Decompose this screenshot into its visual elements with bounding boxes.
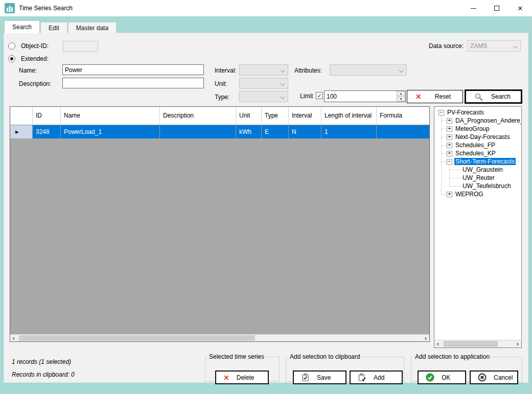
- results-grid: ID Name Description Unit Type Interval L…: [10, 106, 430, 342]
- maximize-icon: [494, 6, 499, 11]
- interval-combobox[interactable]: [239, 64, 288, 76]
- name-input[interactable]: [62, 64, 204, 75]
- tree-item-label[interactable]: UW_Graustein: [461, 166, 504, 173]
- object-id-label: Object-ID:: [21, 42, 49, 50]
- table-row[interactable]: ▶ 3248 PowerLoad_1 kWh E N 1: [10, 125, 429, 138]
- type-combobox[interactable]: [239, 91, 288, 102]
- clipboard-group: Add selection to clipboard Save Add: [286, 353, 404, 382]
- tab-search[interactable]: Search: [4, 20, 40, 33]
- clipboard-status: Records in clipboard: 0: [12, 371, 75, 378]
- expand-icon[interactable]: +: [447, 126, 452, 132]
- tree-rows: − PV-Forecasts + DA_Prognosen_Andere_ + …: [434, 107, 521, 340]
- expand-icon[interactable]: +: [447, 143, 452, 148]
- tree-item-schedules-kp[interactable]: + Schedules_KP: [434, 149, 521, 157]
- tree-item-label[interactable]: MeteoGroup: [454, 125, 491, 132]
- cell-length-of-interval[interactable]: 1: [321, 125, 377, 138]
- ok-button[interactable]: OK: [418, 370, 466, 384]
- grid-scrollbar-thumb[interactable]: [19, 335, 255, 341]
- tab-master-data-label: Master data: [76, 25, 108, 32]
- column-header-type[interactable]: Type: [262, 107, 289, 125]
- tab-master-data[interactable]: Master data: [68, 22, 117, 33]
- column-header-formula[interactable]: Formula: [377, 107, 429, 125]
- tree-connector: [442, 121, 447, 121]
- tree-item-pv-forecasts[interactable]: − PV-Forecasts: [434, 108, 521, 117]
- scroll-right-arrow-icon[interactable]: ›: [514, 340, 521, 347]
- column-header-description[interactable]: Description: [160, 107, 236, 125]
- cell-id[interactable]: 3248: [33, 125, 61, 138]
- data-source-combobox[interactable]: ZAMS: [467, 40, 521, 52]
- tree-item-label[interactable]: Next-Day-Forecasts: [454, 133, 511, 141]
- save-button[interactable]: Save: [293, 370, 346, 384]
- tree-item-label-selected[interactable]: Short-Term-Forecasts: [454, 158, 516, 165]
- limit-checkbox[interactable]: ✓: [316, 92, 323, 99]
- delete-button[interactable]: ✕ Delete: [215, 370, 269, 384]
- column-header-id[interactable]: ID: [33, 107, 61, 125]
- cell-name[interactable]: PowerLoad_1: [61, 125, 160, 138]
- column-header-interval[interactable]: Interval: [289, 107, 321, 125]
- tree-item-label[interactable]: UW_Teufelsbruch: [461, 182, 512, 190]
- tree-item-weprog[interactable]: + WEPROG: [434, 190, 521, 198]
- tree-item-next-day-forecasts[interactable]: + Next-Day-Forecasts: [434, 133, 521, 141]
- cell-interval[interactable]: N: [289, 125, 321, 138]
- tree-scrollbar-thumb[interactable]: [444, 341, 498, 347]
- object-id-radio[interactable]: [8, 42, 15, 50]
- collapse-icon[interactable]: −: [447, 159, 452, 165]
- reset-button[interactable]: ✕ Reset: [407, 90, 463, 103]
- tree-item-uw-teufelsbruch[interactable]: UW_Teufelsbruch: [434, 182, 521, 190]
- scroll-left-arrow-icon[interactable]: ‹: [10, 335, 17, 341]
- tree-item-label[interactable]: Schedules_FP: [454, 142, 496, 149]
- tree-connector: [449, 170, 461, 170]
- maximize-button[interactable]: [485, 0, 508, 16]
- scroll-right-arrow-icon[interactable]: ›: [422, 335, 429, 341]
- delete-button-label: Delete: [237, 374, 255, 381]
- tree-item-short-term-forecasts[interactable]: − Short-Term-Forecasts: [434, 157, 521, 166]
- chevron-down-icon: [280, 95, 285, 99]
- expand-icon[interactable]: +: [447, 134, 452, 140]
- application-group-title: Add selection to application: [413, 353, 491, 360]
- tree-item-label[interactable]: PV-Forecasts: [446, 109, 485, 116]
- search-button[interactable]: Search: [465, 89, 522, 104]
- tree-item-label[interactable]: Schedules_KP: [454, 150, 497, 157]
- expand-icon[interactable]: +: [447, 151, 452, 156]
- scroll-left-arrow-icon[interactable]: ‹: [434, 340, 442, 347]
- column-header-unit[interactable]: Unit: [236, 107, 262, 125]
- expand-icon[interactable]: +: [447, 192, 452, 197]
- spin-up-button[interactable]: ▲: [397, 91, 405, 96]
- collapse-icon[interactable]: −: [438, 110, 444, 115]
- time-series-search-window: Time Series Search ✕ Search Edit Master …: [0, 0, 532, 394]
- unit-combobox[interactable]: [239, 78, 288, 89]
- extended-radio[interactable]: [8, 55, 15, 62]
- add-button[interactable]: Add: [350, 370, 403, 384]
- close-button[interactable]: ✕: [508, 0, 532, 16]
- spin-down-icon: ▼: [400, 98, 403, 101]
- spin-down-button[interactable]: ▼: [397, 97, 405, 102]
- row-selector-cell[interactable]: ▶: [10, 125, 33, 138]
- tree-item-label[interactable]: DA_Prognosen_Andere_: [454, 117, 521, 124]
- tree-item-uw-reuter[interactable]: UW_Reuter: [434, 174, 521, 182]
- cell-type[interactable]: E: [262, 125, 289, 138]
- cell-unit[interactable]: kWh: [236, 125, 262, 138]
- tree-item-schedules-fp[interactable]: + Schedules_FP: [434, 141, 521, 149]
- expand-icon[interactable]: +: [447, 118, 452, 124]
- window-title: Time Series Search: [19, 5, 73, 12]
- grid-horizontal-scrollbar[interactable]: ‹ ›: [10, 334, 429, 341]
- attributes-combobox[interactable]: [330, 64, 407, 76]
- object-id-input[interactable]: [63, 41, 98, 52]
- tree-horizontal-scrollbar[interactable]: ‹ ›: [434, 340, 521, 347]
- tree-item-da-prognosen-andere[interactable]: + DA_Prognosen_Andere_: [434, 117, 521, 125]
- cell-description[interactable]: [160, 125, 236, 138]
- tree-item-label[interactable]: WEPROG: [454, 191, 484, 198]
- tree-item-label[interactable]: UW_Reuter: [461, 174, 496, 181]
- tab-strip: Search Edit Master data: [4, 20, 117, 33]
- tab-search-label: Search: [12, 24, 32, 31]
- cancel-button[interactable]: Cancel: [470, 370, 518, 384]
- column-header-name[interactable]: Name: [61, 107, 160, 125]
- tab-edit[interactable]: Edit: [40, 22, 67, 33]
- column-header-length-of-interval[interactable]: Length of interval: [321, 107, 377, 125]
- limit-input[interactable]: [324, 90, 406, 102]
- description-input[interactable]: [62, 78, 204, 88]
- minimize-button[interactable]: [461, 0, 485, 16]
- tree-item-uw-graustein[interactable]: UW_Graustein: [434, 166, 521, 174]
- tree-item-meteogroup[interactable]: + MeteoGroup: [434, 125, 521, 133]
- cell-formula[interactable]: [377, 125, 429, 138]
